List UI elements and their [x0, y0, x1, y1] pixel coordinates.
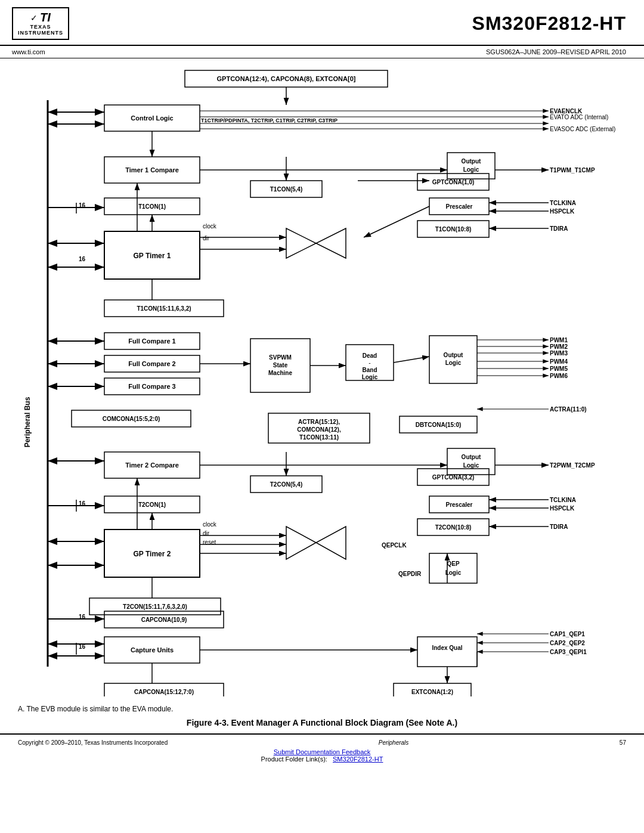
- svg-text:PWM6: PWM6: [550, 373, 568, 379]
- logo-line2: INSTRUMENTS: [18, 30, 63, 36]
- svg-text:T1CON(10:8): T1CON(10:8): [435, 226, 472, 233]
- svg-text:T1CON(15:11,6,3,2): T1CON(15:11,6,3,2): [137, 305, 191, 312]
- block-diagram-svg: GPTCONA(12:4), CAPCONA(8), EXTCONA[0] Co…: [12, 64, 632, 696]
- svg-text:CAPCONA(15:12,7:0): CAPCONA(15:12,7:0): [134, 689, 194, 695]
- svg-text:Dead: Dead: [363, 352, 377, 359]
- footer-links: Submit Documentation Feedback Product Fo…: [18, 748, 626, 763]
- svg-text:T1CON(1): T1CON(1): [138, 203, 166, 210]
- svg-text:EVATO ADC (Internal): EVATO ADC (Internal): [550, 114, 608, 120]
- note-text: A. The EVB module is similar to the EVA …: [18, 705, 644, 713]
- logo-area: ✓ TI TEXAS INSTRUMENTS: [12, 7, 69, 40]
- svg-text:Peripheral Bus: Peripheral Bus: [23, 397, 32, 447]
- website[interactable]: www.ti.com: [12, 48, 45, 55]
- svg-text:COMCONA(15:5,2:0): COMCONA(15:5,2:0): [103, 416, 160, 422]
- svg-text:HSPCLK: HSPCLK: [550, 208, 575, 215]
- svg-rect-179: [417, 637, 477, 667]
- svg-text:QEP: QEP: [447, 561, 459, 567]
- footer: Copyright © 2009–2010, Texas Instruments…: [0, 733, 644, 767]
- svg-text:TDIRA: TDIRA: [550, 225, 568, 232]
- svg-line-59: [364, 206, 429, 237]
- product-link[interactable]: SM320F2812-HT: [333, 755, 383, 763]
- submit-feedback-link[interactable]: Submit Documentation Feedback: [274, 748, 371, 755]
- svg-text:CAP2_QEP2: CAP2_QEP2: [550, 640, 585, 646]
- svg-text:Logic: Logic: [463, 462, 479, 469]
- svg-text:Band: Band: [363, 367, 377, 373]
- svg-text:T1CTRIP/PDPINTA, T2CTRIP, C1TR: T1CTRIP/PDPINTA, T2CTRIP, C1TRIP, C2TRIP…: [201, 117, 338, 123]
- svg-text:T1CON(5,4): T1CON(5,4): [270, 186, 302, 193]
- svg-text:Index Qual: Index Qual: [432, 645, 462, 651]
- figure-caption: Figure 4-3. Event Manager A Functional B…: [0, 718, 644, 727]
- svg-text:Logic: Logic: [463, 166, 479, 173]
- page: ✓ TI TEXAS INSTRUMENTS SM320F2812-HT www…: [0, 0, 644, 833]
- svg-text:T2CON(15:11,7,6,3,2,0): T2CON(15:11,7,6,3,2,0): [123, 603, 187, 610]
- svg-text:PWM5: PWM5: [550, 366, 568, 372]
- svg-text:QEPCLK: QEPCLK: [382, 542, 407, 549]
- svg-text:TCLKINA: TCLKINA: [550, 497, 576, 503]
- svg-text:Output: Output: [444, 352, 463, 358]
- page-number: 57: [620, 739, 626, 746]
- svg-text:State: State: [273, 362, 288, 368]
- svg-text:PWM1: PWM1: [550, 337, 568, 343]
- svg-text:dir: dir: [203, 235, 210, 241]
- svg-text:GP Timer 2: GP Timer 2: [134, 550, 171, 558]
- svg-marker-154: [286, 527, 316, 559]
- svg-text:Full Compare 1: Full Compare 1: [128, 337, 175, 345]
- logo-checkmark: ✓: [30, 13, 38, 23]
- svg-text:DBTCONA(15:0): DBTCONA(15:0): [416, 422, 462, 428]
- copyright: Copyright © 2009–2010, Texas Instruments…: [18, 739, 168, 746]
- svg-text:Output: Output: [462, 158, 481, 165]
- svg-marker-61: [316, 228, 346, 258]
- svg-text:PWM2: PWM2: [550, 343, 568, 350]
- svg-text:Logic: Logic: [445, 360, 462, 366]
- svg-text:CAPCONA(10,9): CAPCONA(10,9): [141, 617, 187, 623]
- svg-text:HSPCLK: HSPCLK: [550, 505, 575, 512]
- svg-text:T2CON(10:8): T2CON(10:8): [435, 524, 472, 531]
- svg-text:PWM3: PWM3: [550, 350, 568, 357]
- svg-rect-24: [447, 153, 495, 179]
- svg-text:clock: clock: [203, 223, 217, 230]
- header: ✓ TI TEXAS INSTRUMENTS SM320F2812-HT: [0, 0, 644, 46]
- sub-header: www.ti.com SGUS062A–JUNE 2009–REVISED AP…: [0, 46, 644, 58]
- svg-text:T1PWM_T1CMP: T1PWM_T1CMP: [550, 167, 595, 174]
- section-label: Peripherals: [379, 739, 409, 746]
- svg-text:T2CON(1): T2CON(1): [138, 501, 166, 508]
- svg-text:clock: clock: [203, 521, 217, 528]
- svg-text:EXTCONA(1:2): EXTCONA(1:2): [411, 689, 453, 695]
- svg-text:GPTCONA(3,2): GPTCONA(3,2): [432, 474, 475, 481]
- doc-ref: SGUS062A–JUNE 2009–REVISED APRIL 2010: [486, 48, 626, 55]
- svg-text:CAP3_QEPI1: CAP3_QEPI1: [550, 649, 587, 655]
- svg-text:T2CON(5,4): T2CON(5,4): [270, 481, 302, 488]
- svg-rect-156: [429, 553, 477, 583]
- svg-text:16: 16: [79, 256, 86, 262]
- page-title: SM320F2812-HT: [472, 13, 626, 35]
- svg-rect-116: [447, 448, 495, 475]
- svg-text:T1CON(13:11): T1CON(13:11): [299, 434, 339, 441]
- svg-text:T2PWM_T2CMP: T2PWM_T2CMP: [550, 462, 595, 469]
- svg-text:Full Compare 3: Full Compare 3: [128, 383, 175, 390]
- svg-text:QEPDIR: QEPDIR: [398, 571, 422, 577]
- svg-text:SVPWM: SVPWM: [269, 354, 292, 361]
- svg-text:GP Timer 1: GP Timer 1: [134, 252, 171, 260]
- svg-text:COMCONA(12),: COMCONA(12),: [297, 426, 341, 433]
- svg-text:TDIRA: TDIRA: [550, 524, 568, 530]
- svg-text:Full Compare 2: Full Compare 2: [128, 360, 175, 367]
- svg-text:Machine: Machine: [268, 370, 292, 376]
- svg-text:Capture Units: Capture Units: [131, 646, 174, 654]
- svg-text:TCLKINA: TCLKINA: [550, 200, 576, 206]
- diagram-area: GPTCONA(12:4), CAPCONA(8), EXTCONA[0] Co…: [0, 58, 644, 702]
- logo-box: ✓ TI TEXAS INSTRUMENTS: [12, 7, 69, 40]
- svg-text:Prescaler: Prescaler: [445, 501, 472, 508]
- svg-text:Prescaler: Prescaler: [445, 203, 472, 210]
- svg-text:ACTRA(11:0): ACTRA(11:0): [550, 406, 587, 413]
- svg-text:GPTCONA(1,0): GPTCONA(1,0): [432, 179, 475, 185]
- svg-text:Timer 1 Compare: Timer 1 Compare: [125, 166, 179, 174]
- svg-text:Output: Output: [462, 454, 481, 460]
- svg-text:GPTCONA(12:4), CAPCONA(8), EXT: GPTCONA(12:4), CAPCONA(8), EXTCONA[0]: [217, 75, 356, 82]
- svg-text:Timer 2 Compare: Timer 2 Compare: [125, 462, 179, 469]
- svg-text:-: -: [369, 360, 370, 366]
- svg-text:ACTRA(15:12),: ACTRA(15:12),: [298, 419, 340, 425]
- logo-ti: TI: [40, 11, 51, 24]
- svg-text:Control Logic: Control Logic: [131, 114, 174, 122]
- svg-marker-155: [316, 527, 346, 559]
- svg-text:Logic: Logic: [362, 374, 378, 380]
